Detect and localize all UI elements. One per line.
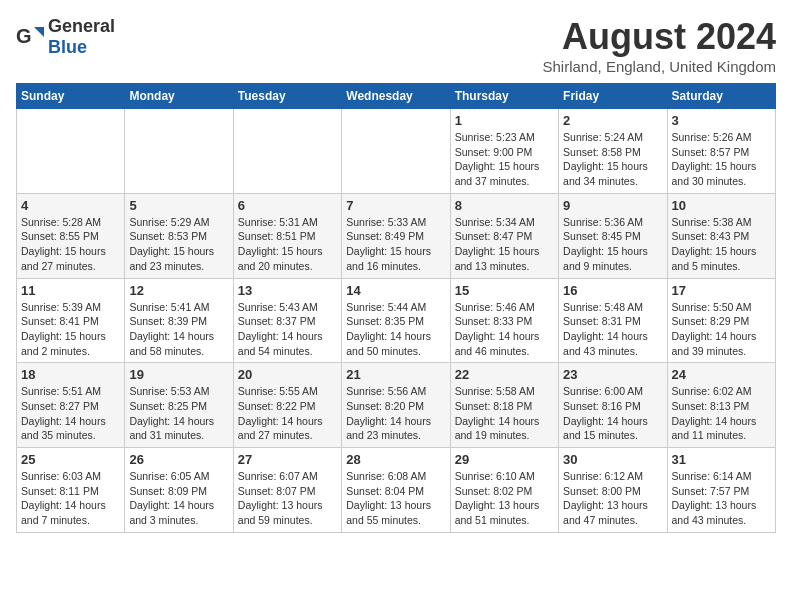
- day-info: Sunrise: 5:36 AM Sunset: 8:45 PM Dayligh…: [563, 215, 662, 274]
- calendar-cell: [125, 109, 233, 194]
- day-number: 26: [129, 452, 228, 467]
- day-info: Sunrise: 5:46 AM Sunset: 8:33 PM Dayligh…: [455, 300, 554, 359]
- day-info: Sunrise: 5:26 AM Sunset: 8:57 PM Dayligh…: [672, 130, 771, 189]
- calendar-cell: 13Sunrise: 5:43 AM Sunset: 8:37 PM Dayli…: [233, 278, 341, 363]
- weekday-header-tuesday: Tuesday: [233, 84, 341, 109]
- day-info: Sunrise: 5:44 AM Sunset: 8:35 PM Dayligh…: [346, 300, 445, 359]
- calendar-cell: 26Sunrise: 6:05 AM Sunset: 8:09 PM Dayli…: [125, 448, 233, 533]
- location-subtitle: Shirland, England, United Kingdom: [543, 58, 776, 75]
- calendar-cell: 5Sunrise: 5:29 AM Sunset: 8:53 PM Daylig…: [125, 193, 233, 278]
- day-info: Sunrise: 5:48 AM Sunset: 8:31 PM Dayligh…: [563, 300, 662, 359]
- day-number: 6: [238, 198, 337, 213]
- calendar-week-5: 25Sunrise: 6:03 AM Sunset: 8:11 PM Dayli…: [17, 448, 776, 533]
- calendar-week-2: 4Sunrise: 5:28 AM Sunset: 8:55 PM Daylig…: [17, 193, 776, 278]
- calendar-cell: 9Sunrise: 5:36 AM Sunset: 8:45 PM Daylig…: [559, 193, 667, 278]
- calendar-table: SundayMondayTuesdayWednesdayThursdayFrid…: [16, 83, 776, 533]
- day-info: Sunrise: 6:10 AM Sunset: 8:02 PM Dayligh…: [455, 469, 554, 528]
- calendar-cell: 29Sunrise: 6:10 AM Sunset: 8:02 PM Dayli…: [450, 448, 558, 533]
- calendar-cell: 6Sunrise: 5:31 AM Sunset: 8:51 PM Daylig…: [233, 193, 341, 278]
- month-year-title: August 2024: [543, 16, 776, 58]
- calendar-cell: 30Sunrise: 6:12 AM Sunset: 8:00 PM Dayli…: [559, 448, 667, 533]
- calendar-cell: 1Sunrise: 5:23 AM Sunset: 9:00 PM Daylig…: [450, 109, 558, 194]
- day-info: Sunrise: 5:33 AM Sunset: 8:49 PM Dayligh…: [346, 215, 445, 274]
- day-number: 18: [21, 367, 120, 382]
- calendar-cell: 25Sunrise: 6:03 AM Sunset: 8:11 PM Dayli…: [17, 448, 125, 533]
- day-number: 17: [672, 283, 771, 298]
- calendar-cell: [233, 109, 341, 194]
- day-number: 31: [672, 452, 771, 467]
- day-info: Sunrise: 6:08 AM Sunset: 8:04 PM Dayligh…: [346, 469, 445, 528]
- weekday-header-monday: Monday: [125, 84, 233, 109]
- calendar-cell: 22Sunrise: 5:58 AM Sunset: 8:18 PM Dayli…: [450, 363, 558, 448]
- day-info: Sunrise: 5:53 AM Sunset: 8:25 PM Dayligh…: [129, 384, 228, 443]
- logo: G General Blue: [16, 16, 115, 58]
- calendar-cell: 20Sunrise: 5:55 AM Sunset: 8:22 PM Dayli…: [233, 363, 341, 448]
- day-number: 23: [563, 367, 662, 382]
- day-info: Sunrise: 5:39 AM Sunset: 8:41 PM Dayligh…: [21, 300, 120, 359]
- day-number: 22: [455, 367, 554, 382]
- calendar-cell: 31Sunrise: 6:14 AM Sunset: 7:57 PM Dayli…: [667, 448, 775, 533]
- calendar-cell: 15Sunrise: 5:46 AM Sunset: 8:33 PM Dayli…: [450, 278, 558, 363]
- day-info: Sunrise: 5:24 AM Sunset: 8:58 PM Dayligh…: [563, 130, 662, 189]
- day-info: Sunrise: 5:28 AM Sunset: 8:55 PM Dayligh…: [21, 215, 120, 274]
- day-number: 20: [238, 367, 337, 382]
- calendar-cell: 17Sunrise: 5:50 AM Sunset: 8:29 PM Dayli…: [667, 278, 775, 363]
- day-number: 2: [563, 113, 662, 128]
- day-number: 25: [21, 452, 120, 467]
- weekday-header-row: SundayMondayTuesdayWednesdayThursdayFrid…: [17, 84, 776, 109]
- day-info: Sunrise: 5:38 AM Sunset: 8:43 PM Dayligh…: [672, 215, 771, 274]
- calendar-cell: 27Sunrise: 6:07 AM Sunset: 8:07 PM Dayli…: [233, 448, 341, 533]
- calendar-cell: [17, 109, 125, 194]
- day-number: 13: [238, 283, 337, 298]
- day-info: Sunrise: 5:31 AM Sunset: 8:51 PM Dayligh…: [238, 215, 337, 274]
- day-number: 21: [346, 367, 445, 382]
- logo-general: General: [48, 16, 115, 36]
- calendar-cell: 7Sunrise: 5:33 AM Sunset: 8:49 PM Daylig…: [342, 193, 450, 278]
- day-info: Sunrise: 5:56 AM Sunset: 8:20 PM Dayligh…: [346, 384, 445, 443]
- calendar-cell: 16Sunrise: 5:48 AM Sunset: 8:31 PM Dayli…: [559, 278, 667, 363]
- day-number: 24: [672, 367, 771, 382]
- day-info: Sunrise: 6:03 AM Sunset: 8:11 PM Dayligh…: [21, 469, 120, 528]
- weekday-header-friday: Friday: [559, 84, 667, 109]
- svg-marker-1: [34, 27, 44, 37]
- calendar-body: 1Sunrise: 5:23 AM Sunset: 9:00 PM Daylig…: [17, 109, 776, 533]
- calendar-week-4: 18Sunrise: 5:51 AM Sunset: 8:27 PM Dayli…: [17, 363, 776, 448]
- day-info: Sunrise: 6:05 AM Sunset: 8:09 PM Dayligh…: [129, 469, 228, 528]
- weekday-header-thursday: Thursday: [450, 84, 558, 109]
- day-number: 10: [672, 198, 771, 213]
- calendar-cell: 4Sunrise: 5:28 AM Sunset: 8:55 PM Daylig…: [17, 193, 125, 278]
- calendar-week-1: 1Sunrise: 5:23 AM Sunset: 9:00 PM Daylig…: [17, 109, 776, 194]
- day-number: 11: [21, 283, 120, 298]
- day-number: 14: [346, 283, 445, 298]
- day-info: Sunrise: 6:02 AM Sunset: 8:13 PM Dayligh…: [672, 384, 771, 443]
- logo-icon: G: [16, 23, 44, 51]
- day-info: Sunrise: 6:07 AM Sunset: 8:07 PM Dayligh…: [238, 469, 337, 528]
- calendar-cell: 19Sunrise: 5:53 AM Sunset: 8:25 PM Dayli…: [125, 363, 233, 448]
- day-info: Sunrise: 6:12 AM Sunset: 8:00 PM Dayligh…: [563, 469, 662, 528]
- day-info: Sunrise: 5:43 AM Sunset: 8:37 PM Dayligh…: [238, 300, 337, 359]
- calendar-cell: 18Sunrise: 5:51 AM Sunset: 8:27 PM Dayli…: [17, 363, 125, 448]
- day-number: 3: [672, 113, 771, 128]
- weekday-header-wednesday: Wednesday: [342, 84, 450, 109]
- day-info: Sunrise: 5:29 AM Sunset: 8:53 PM Dayligh…: [129, 215, 228, 274]
- day-number: 19: [129, 367, 228, 382]
- calendar-cell: 21Sunrise: 5:56 AM Sunset: 8:20 PM Dayli…: [342, 363, 450, 448]
- day-number: 9: [563, 198, 662, 213]
- day-number: 27: [238, 452, 337, 467]
- day-number: 7: [346, 198, 445, 213]
- day-number: 4: [21, 198, 120, 213]
- day-info: Sunrise: 6:00 AM Sunset: 8:16 PM Dayligh…: [563, 384, 662, 443]
- calendar-cell: [342, 109, 450, 194]
- calendar-cell: 3Sunrise: 5:26 AM Sunset: 8:57 PM Daylig…: [667, 109, 775, 194]
- calendar-cell: 11Sunrise: 5:39 AM Sunset: 8:41 PM Dayli…: [17, 278, 125, 363]
- calendar-header: SundayMondayTuesdayWednesdayThursdayFrid…: [17, 84, 776, 109]
- day-info: Sunrise: 6:14 AM Sunset: 7:57 PM Dayligh…: [672, 469, 771, 528]
- day-number: 28: [346, 452, 445, 467]
- weekday-header-saturday: Saturday: [667, 84, 775, 109]
- calendar-week-3: 11Sunrise: 5:39 AM Sunset: 8:41 PM Dayli…: [17, 278, 776, 363]
- calendar-cell: 28Sunrise: 6:08 AM Sunset: 8:04 PM Dayli…: [342, 448, 450, 533]
- day-number: 5: [129, 198, 228, 213]
- day-number: 1: [455, 113, 554, 128]
- day-info: Sunrise: 5:41 AM Sunset: 8:39 PM Dayligh…: [129, 300, 228, 359]
- day-info: Sunrise: 5:34 AM Sunset: 8:47 PM Dayligh…: [455, 215, 554, 274]
